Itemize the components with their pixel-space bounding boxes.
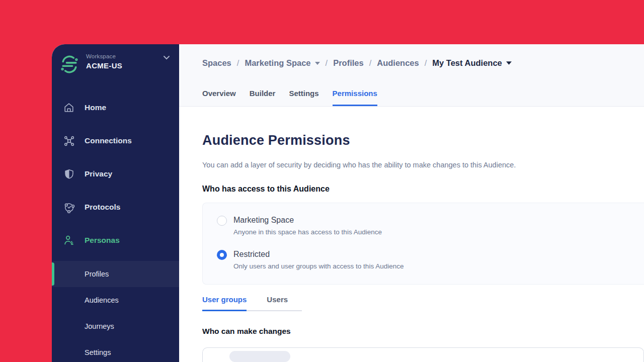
tab-settings[interactable]: Settings xyxy=(289,89,318,106)
option-label: Marketing Space xyxy=(233,215,382,226)
sidebar-item-protocols[interactable]: Protocols xyxy=(52,191,179,224)
tab-overview[interactable]: Overview xyxy=(202,89,236,106)
audience-tabs: Overview Builder Settings Permissions xyxy=(202,89,644,106)
protocols-icon xyxy=(63,201,75,213)
sidebar-item-label: Home xyxy=(85,103,106,112)
sidebar-subitem-label: Settings xyxy=(85,348,111,356)
option-description: Only users and user groups with access t… xyxy=(233,262,404,270)
radio-selected-icon[interactable] xyxy=(217,250,227,260)
breadcrumb-separator: / xyxy=(326,58,328,68)
sidebar: Workspace ACME-US Home xyxy=(52,44,179,362)
home-icon xyxy=(63,102,75,114)
breadcrumb-marketing-space[interactable]: Marketing Space xyxy=(245,58,310,68)
sidebar-item-personas[interactable]: Personas xyxy=(52,224,179,257)
page-header: Spaces / Marketing Space / Profiles / Au… xyxy=(179,44,644,107)
sidebar-item-label: Connections xyxy=(85,136,132,145)
access-list-subtabs: User groups Users xyxy=(202,295,302,311)
segment-logo-icon xyxy=(59,54,79,74)
sidebar-subitem-label: Journeys xyxy=(85,322,114,330)
option-marketing-space[interactable]: Marketing Space Anyone in this space has… xyxy=(217,215,644,236)
radio-unselected-icon[interactable] xyxy=(217,216,227,226)
workspace-label: Workspace xyxy=(86,53,122,59)
sidebar-subitem-label: Profiles xyxy=(85,270,109,278)
shield-icon xyxy=(63,168,75,180)
sidebar-subitem-journeys[interactable]: Journeys xyxy=(52,313,179,339)
loading-pill xyxy=(229,351,290,362)
subtab-users[interactable]: Users xyxy=(267,295,292,311)
sidebar-nav: Home Connections xyxy=(52,91,179,257)
breadcrumb-spaces[interactable]: Spaces xyxy=(202,58,231,68)
breadcrumb-audiences[interactable]: Audiences xyxy=(377,58,419,68)
sidebar-item-label: Protocols xyxy=(85,203,120,212)
sidebar-subitem-settings[interactable]: Settings xyxy=(52,339,179,362)
sidebar-item-privacy[interactable]: Privacy xyxy=(52,157,179,191)
access-options-card: Marketing Space Anyone in this space has… xyxy=(202,203,644,285)
sidebar-item-home[interactable]: Home xyxy=(52,91,179,124)
option-label: Restricted xyxy=(233,249,404,260)
breadcrumb-current-audience[interactable]: My Test Audience xyxy=(432,58,502,68)
breadcrumb-separator: / xyxy=(237,58,239,68)
connections-icon xyxy=(63,135,75,147)
caret-down-icon[interactable] xyxy=(506,61,512,65)
workspace-switcher[interactable]: Workspace ACME-US xyxy=(52,44,179,74)
personas-icon xyxy=(63,234,75,246)
personas-subnav: Profiles Audiences Journeys Settings xyxy=(52,261,179,362)
subtab-user-groups[interactable]: User groups xyxy=(202,295,247,311)
sidebar-item-label: Privacy xyxy=(85,169,112,178)
sidebar-subitem-profiles[interactable]: Profiles xyxy=(52,261,179,287)
sidebar-subitem-label: Audiences xyxy=(85,296,119,304)
workspace-name: ACME-US xyxy=(86,61,122,70)
user-groups-card xyxy=(202,347,644,362)
sidebar-item-label: Personas xyxy=(85,236,120,245)
breadcrumb-profiles[interactable]: Profiles xyxy=(333,58,364,68)
main-area: Spaces / Marketing Space / Profiles / Au… xyxy=(179,44,644,362)
breadcrumb-separator: / xyxy=(425,58,427,68)
sidebar-subitem-audiences[interactable]: Audiences xyxy=(52,287,179,313)
option-description: Anyone in this space has access to this … xyxy=(233,228,382,236)
app-window: Workspace ACME-US Home xyxy=(52,44,644,362)
tab-permissions[interactable]: Permissions xyxy=(333,89,377,106)
page-title: Audience Permissions xyxy=(202,132,644,149)
sidebar-item-connections[interactable]: Connections xyxy=(52,124,179,157)
caret-down-icon[interactable] xyxy=(315,62,320,65)
chevron-down-icon xyxy=(163,55,170,60)
tab-builder[interactable]: Builder xyxy=(250,89,276,106)
breadcrumb: Spaces / Marketing Space / Profiles / Au… xyxy=(202,44,644,68)
page-content: Audience Permissions You can add a layer… xyxy=(179,107,644,362)
breadcrumb-separator: / xyxy=(369,58,372,68)
changes-heading: Who can make changes xyxy=(202,327,644,336)
page-description: You can add a layer of security by decid… xyxy=(202,160,644,170)
option-restricted[interactable]: Restricted Only users and user groups wi… xyxy=(217,249,644,270)
access-heading: Who has access to this Audience xyxy=(202,185,644,194)
